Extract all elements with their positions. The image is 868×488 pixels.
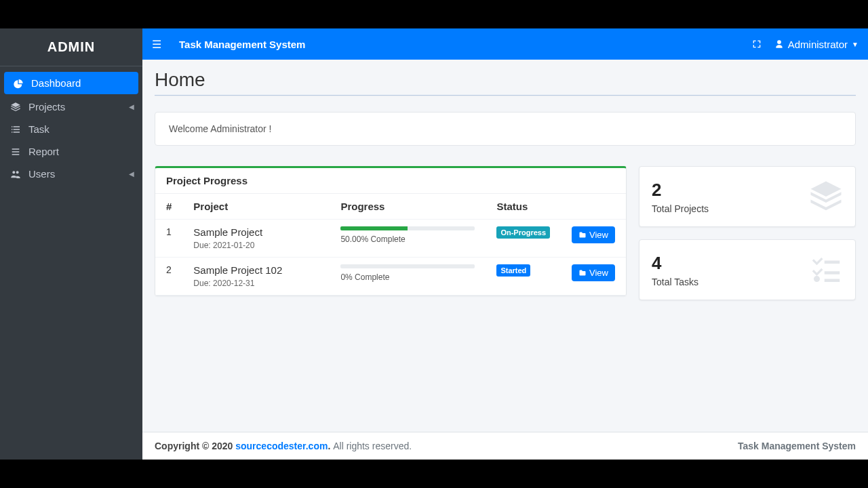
app-title: Task Management System xyxy=(179,39,305,50)
layers-icon xyxy=(8,102,23,113)
expand-icon xyxy=(751,39,762,49)
table-row: 2 Sample Project 102 Due: 2020-12-31 0% … xyxy=(155,258,626,296)
footer-link[interactable]: sourcecodester.com xyxy=(235,441,328,451)
user-menu[interactable]: Administrator ▼ xyxy=(774,39,859,50)
page-header-rule xyxy=(155,95,856,96)
main: ☰ Task Management System Administrator ▼… xyxy=(142,28,868,460)
stat-label: Total Projects xyxy=(652,203,709,214)
users-icon xyxy=(8,169,23,180)
stat-total-tasks[interactable]: 4 Total Tasks xyxy=(639,239,856,300)
fullscreen-button[interactable] xyxy=(751,39,762,49)
dashboard-icon xyxy=(11,78,26,89)
layers-icon xyxy=(808,178,844,215)
sidebar-item-users[interactable]: Users ◀ xyxy=(0,163,142,185)
project-name: Sample Project 102 xyxy=(193,264,319,276)
project-due: Due: 2020-12-31 xyxy=(193,279,319,288)
page-title: Home xyxy=(155,69,856,91)
caret-down-icon: ▼ xyxy=(852,41,859,48)
col-progress: Progress xyxy=(330,194,486,220)
footer-left: Copyright © 2020 sourcecodester.com. All… xyxy=(155,441,412,451)
footer-right: Task Management System xyxy=(738,441,856,451)
col-status: Status xyxy=(486,194,561,220)
menu-toggle[interactable]: ☰ xyxy=(152,38,161,51)
project-progress-table: # Project Progress Status 1 xyxy=(155,194,626,296)
footer: Copyright © 2020 sourcecodester.com. All… xyxy=(142,432,868,460)
project-progress-card: Project Progress # Project Progress Stat… xyxy=(155,166,627,296)
project-name: Sample Project xyxy=(193,226,319,238)
sidebar-item-label: Dashboard xyxy=(31,77,81,89)
stat-value: 4 xyxy=(652,253,698,274)
view-label: View xyxy=(589,268,608,278)
user-icon xyxy=(774,39,784,49)
sidebar-item-label: Task xyxy=(28,123,50,135)
view-label: View xyxy=(589,230,608,240)
stat-total-projects[interactable]: 2 Total Projects xyxy=(639,166,856,227)
col-actions xyxy=(561,194,626,220)
sidebar-item-dashboard[interactable]: Dashboard xyxy=(4,72,138,94)
folder-icon xyxy=(578,269,587,277)
topbar: ☰ Task Management System Administrator ▼ xyxy=(142,28,868,60)
sidebar-item-task[interactable]: Task xyxy=(0,118,142,140)
progress-bar xyxy=(340,264,475,268)
progress-text: 50.00% Complete xyxy=(340,235,475,244)
welcome-card: Welcome Administrator ! xyxy=(155,112,856,146)
sidebar-item-label: Report xyxy=(28,146,59,157)
chevron-left-icon: ◀ xyxy=(129,103,134,110)
sidebar: ADMIN Dashboard Projects ◀ Task xyxy=(0,28,142,460)
progress-fill xyxy=(340,226,408,230)
brand-title: ADMIN xyxy=(0,28,142,66)
folder-icon xyxy=(578,231,587,239)
view-button[interactable]: View xyxy=(572,226,615,243)
sidebar-nav: Dashboard Projects ◀ Task Report xyxy=(0,66,142,189)
progress-text: 0% Complete xyxy=(340,272,475,282)
list-icon xyxy=(8,146,23,157)
row-index: 2 xyxy=(155,258,182,296)
sidebar-item-projects[interactable]: Projects ◀ xyxy=(0,96,142,118)
chevron-left-icon: ◀ xyxy=(129,170,134,178)
page-header: Home xyxy=(155,69,856,96)
progress-bar xyxy=(340,226,475,230)
sidebar-item-report[interactable]: Report xyxy=(0,140,142,163)
stat-value: 2 xyxy=(652,180,709,201)
col-project: Project xyxy=(182,194,330,220)
status-badge: Started xyxy=(496,264,530,277)
welcome-text: Welcome Administrator ! xyxy=(169,123,271,134)
table-row: 1 Sample Project Due: 2021-01-20 50.00% … xyxy=(155,220,626,258)
project-due: Due: 2021-01-20 xyxy=(193,241,319,250)
sidebar-item-label: Projects xyxy=(28,101,65,113)
status-badge: On-Progress xyxy=(496,226,550,239)
col-num: # xyxy=(155,194,182,220)
tasks-icon xyxy=(808,251,844,288)
sidebar-item-label: Users xyxy=(28,168,55,180)
card-title: Project Progress xyxy=(155,168,626,194)
user-name: Administrator xyxy=(788,39,848,50)
hamburger-icon: ☰ xyxy=(152,39,161,50)
view-button[interactable]: View xyxy=(572,264,615,281)
row-index: 1 xyxy=(155,220,182,258)
stat-label: Total Tasks xyxy=(652,277,698,287)
content: Home Welcome Administrator ! Project Pro… xyxy=(142,60,868,432)
tasks-icon xyxy=(8,124,23,135)
